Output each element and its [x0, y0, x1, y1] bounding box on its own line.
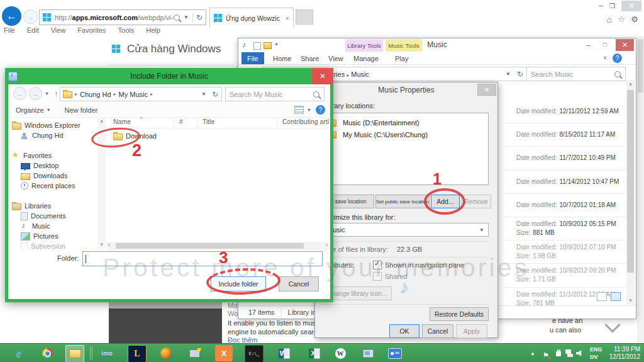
ie-taskbar-icon[interactable] [10, 345, 28, 361]
address-dropdown-icon[interactable]: ▼ [201, 91, 206, 97]
imo-taskbar-icon[interactable] [98, 345, 116, 361]
help-icon[interactable]: ? [613, 54, 622, 63]
ribbon-tab-play[interactable]: Play [389, 52, 414, 64]
photo-viewer-taskbar-icon[interactable] [359, 345, 377, 361]
optimize-dropdown[interactable]: Music ▼ [323, 223, 489, 237]
collapse-ribbon-icon[interactable]: ∨ [603, 55, 607, 60]
thumbnail-view-icon[interactable] [611, 292, 621, 301]
scroll-right-icon[interactable]: › [326, 242, 328, 248]
scroll-left-icon[interactable]: ‹ [108, 242, 110, 248]
tray-expand-icon[interactable]: ▲ [530, 351, 535, 356]
close-icon[interactable]: ✕ [616, 39, 634, 51]
address-dropdown-icon[interactable]: ▼ [506, 71, 511, 77]
excel-taskbar-icon[interactable] [304, 345, 322, 361]
sidebar-item[interactable]: Chung Hd [12, 130, 96, 140]
new-folder-button[interactable]: New folder [65, 106, 98, 114]
file-explorer-taskbar-icon[interactable] [65, 345, 84, 362]
search-music-box[interactable]: Search Music [526, 67, 626, 81]
new-tab-button[interactable] [296, 9, 313, 25]
view-selector-icon[interactable] [294, 106, 304, 114]
browser-tab[interactable]: Ứng dụng Wowzic cho Win... × [209, 8, 294, 28]
column-header[interactable]: Title [197, 117, 277, 128]
column-header[interactable]: # [174, 117, 197, 128]
column-header[interactable]: Contributing artists [277, 117, 329, 128]
wordpress-taskbar-icon[interactable] [331, 345, 349, 361]
refresh-icon[interactable]: ↻ [196, 13, 203, 22]
back-button[interactable]: ← [13, 87, 26, 100]
refresh-icon[interactable]: ↻ [517, 70, 523, 79]
menu-item[interactable]: Help [146, 26, 160, 36]
refresh-icon[interactable]: ↻ [212, 90, 218, 99]
language-indicator[interactable]: ENG DV [590, 346, 602, 361]
browser-scrollbar-thumb[interactable] [638, 39, 643, 93]
file-row[interactable]: Date modified:12/11/2012 12:59 AM Size: [504, 100, 627, 123]
file-row[interactable]: Date modified:10/9/2012 09:20 PM Size:1.… [504, 264, 627, 287]
league-of-legends-taskbar-icon[interactable] [128, 345, 147, 362]
close-icon[interactable]: ✕ [621, 1, 641, 11]
checked-checkbox-icon[interactable] [373, 261, 382, 269]
firefox-taskbar-icon[interactable] [157, 345, 175, 361]
menu-item[interactable]: View [51, 26, 66, 36]
sidebar-item[interactable]: Favorites [12, 150, 96, 161]
minimize-icon[interactable]: – [586, 41, 591, 50]
restore-defaults-button[interactable]: Restore Defaults [430, 307, 489, 321]
shown-in-nav-checkbox-row[interactable]: Shown in navigation pane [373, 261, 464, 269]
breadcrumb-segment[interactable]: My Music [119, 91, 148, 98]
scroll-up-icon[interactable]: ∧ [626, 80, 635, 89]
breadcrumb-segment[interactable]: Chung Hd [80, 91, 111, 98]
sidebar-item[interactable]: Documents [12, 211, 96, 221]
maximize-icon[interactable]: □ [603, 41, 607, 48]
scrollbar-thumb[interactable] [627, 90, 634, 273]
restore-icon[interactable]: ❐ [609, 3, 615, 9]
file-row[interactable]: Date modified:10/9/2012 05:15 PM Size:88… [504, 217, 627, 240]
action-center-flag-icon[interactable] [543, 349, 549, 360]
scroll-down-icon[interactable]: ∨ [626, 296, 635, 305]
page-chevron-down-icon[interactable] [604, 317, 620, 332]
sidebar-item[interactable]: Downloads [12, 171, 96, 181]
word-taskbar-icon[interactable] [274, 345, 292, 361]
sidebar-item[interactable]: Desktop [12, 161, 96, 171]
organize-button[interactable]: Organize [16, 106, 44, 114]
menu-item[interactable]: Edit [27, 26, 39, 36]
sidebar-item[interactable]: Subversion [12, 241, 96, 250]
library-locations-list[interactable]: Music (D:\Entertainment) My Music (C:\Us… [323, 113, 489, 185]
menu-item[interactable]: Favorites [77, 26, 106, 36]
search-icon[interactable] [174, 14, 180, 21]
breadcrumb-segment[interactable]: Music [351, 71, 369, 78]
scroll-up-icon[interactable]: ∧ [97, 117, 106, 126]
scroll-down-icon[interactable]: ∨ [97, 240, 106, 249]
ok-button[interactable]: OK [389, 324, 419, 338]
scrollbar-thumb[interactable] [116, 243, 304, 249]
ribbon-tab-manage[interactable]: Manage [348, 52, 384, 64]
menu-item[interactable]: Tools [118, 26, 135, 36]
cancel-button[interactable]: Cancel [422, 324, 453, 338]
display-settings-taskbar-icon[interactable] [388, 348, 402, 359]
apply-button[interactable]: Apply [456, 324, 487, 338]
installer-icon[interactable] [556, 351, 561, 356]
file-row[interactable]: Date modified:10/7/2012 01:18 AM Size: [504, 194, 627, 217]
resize-grip[interactable]: ⋰ [324, 293, 329, 299]
up-one-level-icon[interactable]: ↑ [54, 89, 58, 98]
file-row[interactable]: Date modified:8/15/2012 11:17 AM Size: [504, 123, 627, 147]
library-location-row[interactable]: My Music (C:\Users\Chung) [327, 128, 488, 140]
sidebar-item[interactable]: Recent places [12, 181, 96, 191]
file-list-scrollbar[interactable]: ∧ ∨ [626, 80, 635, 305]
unchecked-checkbox-icon[interactable] [373, 272, 382, 281]
help-icon[interactable]: ? [316, 105, 325, 115]
view-dropdown-icon[interactable]: ▼ [307, 108, 311, 112]
menu-item[interactable]: File [4, 26, 15, 36]
remove-button[interactable]: Remove [461, 195, 491, 208]
ribbon-tab-home[interactable]: Home [267, 52, 297, 64]
file-row[interactable]: Date modified:11/7/2012 10:49 PM Size: [504, 147, 627, 170]
search-box[interactable]: Search My Music [225, 87, 325, 101]
minimize-icon[interactable]: – [599, 1, 603, 10]
favorites-star-icon[interactable]: ☆ [618, 14, 625, 24]
network-icon[interactable] [565, 349, 571, 354]
volume-speaker-icon[interactable] [576, 350, 583, 356]
sidebar-item[interactable]: Music [12, 221, 96, 231]
file-row[interactable]: Date modified:11/14/2012 10:47 PM Size: [504, 171, 627, 194]
ribbon-tab-file[interactable]: File [242, 52, 264, 64]
clock[interactable]: 11:39 PM 12/11/2012 [602, 346, 640, 361]
dialog-cancel-button[interactable]: Cancel [279, 276, 319, 291]
ribbon-tab-share[interactable]: Share [295, 52, 325, 64]
